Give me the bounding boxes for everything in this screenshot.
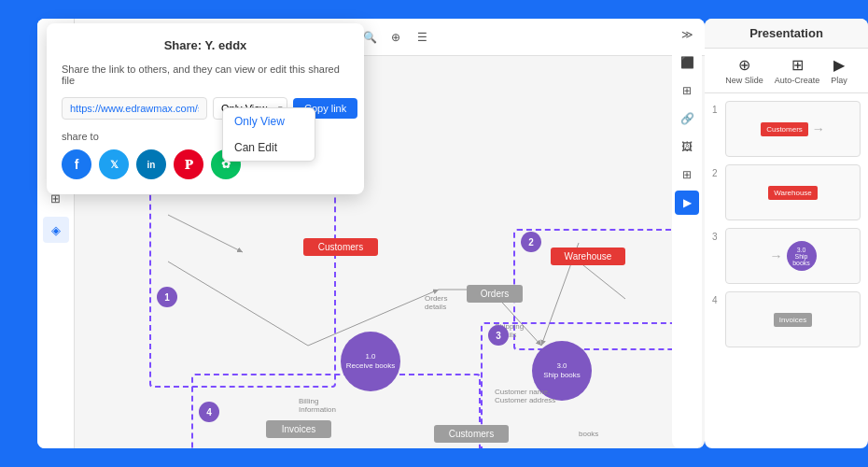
region-3-number: 3 <box>488 325 509 346</box>
node-customers-1[interactable]: Customers <box>303 238 378 256</box>
region-2-number: 2 <box>521 232 541 252</box>
sidebar-shapes-icon[interactable]: ⬛ <box>675 50 699 75</box>
sidebar-present-icon[interactable]: ▶ <box>675 191 699 215</box>
slides-area: 1 Customers → 2 Warehouse 3 → 3.0Ship bo… <box>705 93 868 448</box>
node-orders[interactable]: Orders <box>467 285 523 303</box>
tool-play[interactable]: ▶ Play <box>831 56 847 85</box>
toolbar-add-icon[interactable]: ⊕ <box>385 26 407 49</box>
slide-thumb-4[interactable]: Invoices <box>725 291 861 347</box>
node-invoices[interactable]: Invoices <box>266 420 331 438</box>
label-books: books <box>579 430 598 438</box>
toolbar-menu-icon[interactable]: ☰ <box>411 26 433 49</box>
slide-3-arrow: → <box>770 248 783 263</box>
view-dropdown-menu: Only View Can Edit <box>222 107 315 162</box>
right-panel-title: Presentation <box>712 26 861 40</box>
share-modal: Share: Y. eddx Share the link to others,… <box>47 23 364 194</box>
sidebar-grid-icon[interactable]: ⊞ <box>675 78 699 103</box>
dropdown-can-edit[interactable]: Can Edit <box>223 134 315 161</box>
pinterest-share-button[interactable]: 𝐏 <box>174 149 203 179</box>
slide-thumb-2[interactable]: Warehouse <box>725 164 861 220</box>
slide-item-3: 3 → 3.0Ship books <box>712 228 861 284</box>
url-input[interactable] <box>62 97 207 120</box>
play-icon: ▶ <box>833 56 845 74</box>
slide-3-circle: 3.0Ship books <box>787 241 817 271</box>
modal-title: Share: Y. eddx <box>62 38 349 52</box>
right-panel-tools: ⊕ New Slide ⊞ Auto-Create ▶ Play <box>705 49 868 93</box>
slide-4-invoices: Invoices <box>774 313 812 327</box>
auto-create-icon: ⊞ <box>791 56 804 74</box>
linkedin-share-button[interactable]: in <box>136 149 166 179</box>
slide-item-2: 2 Warehouse <box>712 164 861 220</box>
node-receive-books[interactable]: 1.0 Receive books <box>341 332 400 391</box>
label-customer-info: Customer name,Customer address <box>495 388 555 404</box>
region-1-number: 1 <box>157 287 177 307</box>
sidebar-resize-icon[interactable]: ⊞ <box>675 163 699 187</box>
sidebar-image-icon[interactable]: 🖼 <box>675 134 699 159</box>
right-sidebar: ≫ ⬛ ⊞ 🔗 🖼 ⊞ ▶ <box>672 19 702 448</box>
right-panel: Presentation ⊕ New Slide ⊞ Auto-Create ▶… <box>705 19 868 448</box>
slide-1-customers: Customers <box>761 122 808 136</box>
modal-description: Share the link to others, and they can v… <box>62 64 349 86</box>
left-tool-active[interactable]: ◈ <box>43 217 69 243</box>
twitter-share-button[interactable]: 𝕏 <box>99 149 129 179</box>
node-warehouse[interactable]: Warehouse <box>551 248 625 265</box>
region-1 <box>149 191 336 388</box>
dropdown-only-view[interactable]: Only View <box>223 108 315 134</box>
slide-item-4: 4 Invoices <box>712 291 861 347</box>
slide-2-warehouse: Warehouse <box>768 186 818 200</box>
new-slide-icon: ⊕ <box>738 56 750 74</box>
region-4-number: 4 <box>199 402 219 422</box>
slide-1-arrow: → <box>812 121 825 136</box>
right-panel-header: Presentation <box>705 19 868 49</box>
slide-item-1: 1 Customers → <box>712 101 861 157</box>
sidebar-link-icon[interactable]: 🔗 <box>675 106 699 131</box>
label-billing: BillingInformation <box>299 397 336 414</box>
facebook-share-button[interactable]: f <box>62 149 91 179</box>
sidebar-expand-icon[interactable]: ≫ <box>675 22 699 47</box>
slide-thumb-3[interactable]: → 3.0Ship books <box>725 228 861 284</box>
label-orders-details: Ordersdetails <box>425 294 447 311</box>
tool-new-slide[interactable]: ⊕ New Slide <box>725 56 763 85</box>
slide-thumb-1[interactable]: Customers → <box>725 101 861 157</box>
node-customers-2[interactable]: Customers <box>434 425 509 443</box>
tool-auto-create[interactable]: ⊞ Auto-Create <box>775 56 820 85</box>
